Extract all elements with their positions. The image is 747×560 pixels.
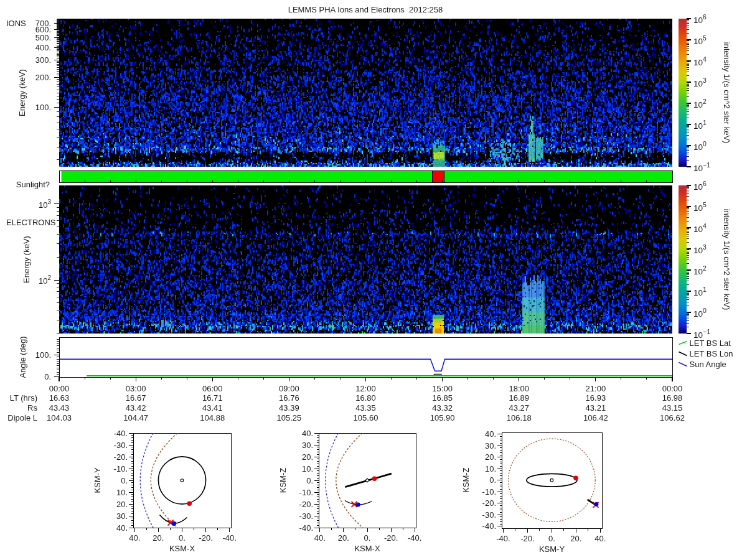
svg-text:40.: 40. <box>129 533 140 543</box>
svg-text:40.: 40. <box>594 534 606 543</box>
svg-text:10.: 10. <box>485 464 496 474</box>
svg-text:43.32: 43.32 <box>432 403 453 413</box>
svg-text:16.98: 16.98 <box>662 393 683 403</box>
svg-text:105.90: 105.90 <box>430 413 455 422</box>
svg-text:-40.: -40. <box>496 534 510 543</box>
svg-text:Angle (deg): Angle (deg) <box>18 336 27 378</box>
svg-text:100: 100 <box>693 307 707 319</box>
svg-text:KSM-Z: KSM-Z <box>278 468 288 493</box>
svg-text:40.: 40. <box>302 429 313 438</box>
svg-text:102: 102 <box>693 98 707 110</box>
svg-text:10.: 10. <box>116 488 128 497</box>
svg-text:106.18: 106.18 <box>507 413 532 422</box>
svg-text:106.62: 106.62 <box>660 413 685 422</box>
svg-text:106: 106 <box>693 180 707 192</box>
svg-text:40.: 40. <box>116 523 128 533</box>
svg-text:104.88: 104.88 <box>200 413 225 422</box>
svg-text:ELECTRONS: ELECTRONS <box>6 218 56 227</box>
svg-text:-10.: -10. <box>482 487 496 497</box>
svg-text:105: 105 <box>693 34 707 46</box>
svg-text:106: 106 <box>693 13 707 25</box>
svg-text:-20.: -20. <box>520 534 534 543</box>
svg-text:102: 102 <box>39 274 51 286</box>
svg-text:Energy (keV): Energy (keV) <box>22 236 31 283</box>
svg-text:400.: 400. <box>35 43 51 52</box>
svg-text:0.: 0. <box>179 533 186 543</box>
svg-text:43.15: 43.15 <box>662 403 683 413</box>
svg-text:500.: 500. <box>35 33 51 42</box>
svg-text:0.: 0. <box>364 533 371 543</box>
svg-text:104.47: 104.47 <box>123 413 148 422</box>
svg-text:-40.: -40. <box>482 521 496 531</box>
svg-text:20.: 20. <box>116 500 128 509</box>
svg-text:-10.: -10. <box>299 488 313 497</box>
svg-text:105.25: 105.25 <box>276 413 301 422</box>
svg-text:30.: 30. <box>116 511 128 521</box>
svg-text:100.: 100. <box>35 103 51 112</box>
svg-text:-20.: -20. <box>199 533 212 543</box>
svg-text:-40.: -40. <box>299 523 313 533</box>
svg-text:18:00: 18:00 <box>509 384 529 393</box>
svg-text:KSM-X: KSM-X <box>169 544 195 553</box>
svg-text:101: 101 <box>693 286 707 297</box>
svg-text:20.: 20. <box>153 533 164 543</box>
svg-text:Sunlight?: Sunlight? <box>16 180 50 189</box>
svg-text:0.: 0. <box>44 372 51 381</box>
svg-text:09:00: 09:00 <box>279 384 299 393</box>
svg-text:16.67: 16.67 <box>126 393 146 403</box>
svg-text:43.27: 43.27 <box>509 403 529 413</box>
svg-text:-30.: -30. <box>299 511 313 521</box>
svg-text:10.: 10. <box>302 464 313 474</box>
svg-text:Sun Angle: Sun Angle <box>690 360 726 369</box>
svg-text:KSM-Y: KSM-Y <box>93 467 102 493</box>
svg-text:100: 100 <box>693 140 707 152</box>
svg-text:40.: 40. <box>485 429 496 439</box>
svg-text:-10.: -10. <box>114 464 128 474</box>
svg-text:104: 104 <box>693 222 707 234</box>
svg-text:20.: 20. <box>570 534 581 543</box>
svg-text:20.: 20. <box>485 452 496 462</box>
svg-text:101: 101 <box>693 119 707 131</box>
svg-text:IONS: IONS <box>6 19 26 28</box>
svg-text:KSM-Y: KSM-Y <box>539 544 565 554</box>
svg-text:0.: 0. <box>306 476 313 485</box>
svg-text:106.42: 106.42 <box>583 413 608 422</box>
svg-text:16.63: 16.63 <box>49 393 70 403</box>
svg-text:103: 103 <box>693 243 707 255</box>
svg-text:0.: 0. <box>548 534 555 543</box>
svg-text:-20.: -20. <box>384 533 398 543</box>
svg-text:300.: 300. <box>35 55 51 65</box>
svg-text:103: 103 <box>39 198 51 210</box>
svg-text:16.71: 16.71 <box>202 393 223 403</box>
svg-text:12:00: 12:00 <box>355 384 376 393</box>
svg-text:06:00: 06:00 <box>202 384 223 393</box>
svg-text:16.76: 16.76 <box>279 393 299 403</box>
svg-text:LET BS Lat: LET BS Lat <box>690 338 731 348</box>
svg-text:-20.: -20. <box>482 498 496 508</box>
svg-text:16.93: 16.93 <box>586 393 606 403</box>
svg-text:Dipole L: Dipole L <box>7 413 37 422</box>
svg-text:105: 105 <box>693 201 707 213</box>
svg-text:20.: 20. <box>302 452 313 462</box>
svg-text:-40.: -40. <box>408 533 421 543</box>
svg-text:intensity 1/(s cm^2 ster keV): intensity 1/(s cm^2 ster keV) <box>722 209 731 310</box>
svg-text:LEMMS PHA Ions and Electrons: LEMMS PHA Ions and Electrons 2012:258 <box>288 5 443 14</box>
svg-text:104: 104 <box>693 55 707 67</box>
svg-text:0.: 0. <box>121 476 128 485</box>
svg-text:-30.: -30. <box>482 510 496 520</box>
svg-text:16.85: 16.85 <box>432 393 453 403</box>
svg-text:Rs: Rs <box>27 403 37 413</box>
svg-text:-40.: -40. <box>114 429 128 438</box>
svg-text:10−1: 10−1 <box>693 161 710 173</box>
svg-text:intensity 1/(s cm^2 ster keV): intensity 1/(s cm^2 ster keV) <box>722 42 731 144</box>
svg-text:102: 102 <box>693 264 707 276</box>
svg-text:KSM-Z: KSM-Z <box>461 467 471 493</box>
svg-text:105.60: 105.60 <box>354 413 378 422</box>
svg-text:15:00: 15:00 <box>432 384 453 393</box>
svg-text:103: 103 <box>693 77 707 88</box>
svg-text:LT (hrs): LT (hrs) <box>10 393 37 403</box>
svg-text:100.: 100. <box>35 350 51 360</box>
svg-text:-20.: -20. <box>114 452 128 462</box>
svg-text:-40.: -40. <box>222 533 236 543</box>
svg-text:200.: 200. <box>35 73 51 82</box>
